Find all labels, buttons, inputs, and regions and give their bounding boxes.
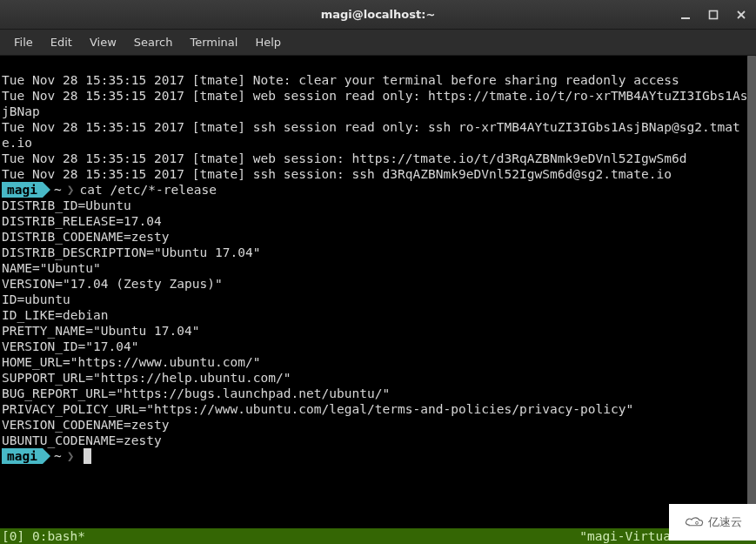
chevron-right-icon: ❯ (67, 182, 78, 198)
chevron-right-icon: ❯ (67, 448, 78, 464)
status-left: [0] 0:bash* (2, 528, 85, 544)
terminal-line: Tue Nov 28 15:35:15 2017 [tmate] web ses… (2, 88, 754, 119)
prompt-line-current: magi~❯ (2, 448, 754, 464)
prompt-path: ~ (50, 182, 67, 198)
powerline-arrow-icon (43, 182, 50, 198)
scrollbar[interactable] (747, 56, 756, 528)
svg-point-4 (695, 521, 698, 524)
terminal-line: PRETTY_NAME="Ubuntu 17.04" (2, 323, 754, 339)
terminal-line: Tue Nov 28 15:35:15 2017 [tmate] web ses… (2, 151, 754, 166)
prompt-user: magi (2, 182, 43, 198)
menu-file[interactable]: File (5, 32, 42, 52)
terminal-line: PRIVACY_POLICY_URL="https://www.ubuntu.c… (2, 401, 754, 417)
terminal-line: UBUNTU_CODENAME=zesty (2, 433, 754, 448)
maximize-button[interactable] (704, 5, 723, 24)
terminal-area[interactable]: Tue Nov 28 15:35:15 2017 [tmate] Note: c… (0, 56, 756, 544)
terminal-line: ID=ubuntu (2, 292, 754, 307)
close-button[interactable] (732, 5, 751, 24)
terminal-line: VERSION_ID="17.04" (2, 339, 754, 354)
terminal-line: DISTRIB_DESCRIPTION="Ubuntu 17.04" (2, 245, 754, 260)
terminal-line: BUG_REPORT_URL="https://bugs.launchpad.n… (2, 386, 754, 401)
menu-search[interactable]: Search (125, 32, 182, 52)
window-titlebar: magi@localhost:~ (0, 0, 756, 30)
terminal-line: VERSION="17.04 (Zesty Zapus)" (2, 276, 754, 292)
watermark: 亿速云 (669, 504, 756, 541)
menu-edit[interactable]: Edit (42, 32, 81, 52)
terminal-line: SUPPORT_URL="https://help.ubuntu.com/" (2, 370, 754, 386)
svg-rect-1 (710, 10, 718, 18)
tmux-status-bar: [0] 0:bash* "magi-VirtualBox" 15:39 (0, 528, 756, 544)
prompt-path: ~ (50, 448, 67, 464)
scrollbar-thumb[interactable] (747, 56, 756, 528)
terminal-line: Tue Nov 28 15:35:15 2017 [tmate] ssh ses… (2, 166, 754, 182)
prompt-user: magi (2, 448, 43, 464)
cloud-icon (684, 515, 705, 529)
terminal-line: NAME="Ubuntu" (2, 260, 754, 276)
window-title: magi@localhost:~ (321, 8, 436, 21)
menu-terminal[interactable]: Terminal (181, 32, 246, 52)
terminal-line: ID_LIKE=debian (2, 307, 754, 323)
window-controls (676, 0, 751, 29)
terminal-line: DISTRIB_ID=Ubuntu (2, 198, 754, 213)
watermark-text: 亿速云 (708, 514, 742, 530)
cursor-icon (84, 448, 91, 464)
terminal-content[interactable]: Tue Nov 28 15:35:15 2017 [tmate] Note: c… (0, 56, 756, 495)
menu-help[interactable]: Help (246, 32, 290, 52)
terminal-line: DISTRIB_RELEASE=17.04 (2, 213, 754, 229)
prompt-line: magi~❯cat /etc/*-release (2, 182, 754, 198)
powerline-arrow-icon (43, 448, 50, 464)
menu-view[interactable]: View (81, 32, 125, 52)
prompt-command: cat /etc/*-release (78, 182, 217, 198)
menubar: File Edit View Search Terminal Help (0, 30, 756, 56)
terminal-line: HOME_URL="https://www.ubuntu.com/" (2, 354, 754, 370)
minimize-button[interactable] (676, 5, 695, 24)
terminal-line: Tue Nov 28 15:35:15 2017 [tmate] Note: c… (2, 72, 754, 88)
terminal-line: VERSION_CODENAME=zesty (2, 417, 754, 433)
terminal-line: DISTRIB_CODENAME=zesty (2, 229, 754, 245)
terminal-line: Tue Nov 28 15:35:15 2017 [tmate] ssh ses… (2, 119, 754, 151)
